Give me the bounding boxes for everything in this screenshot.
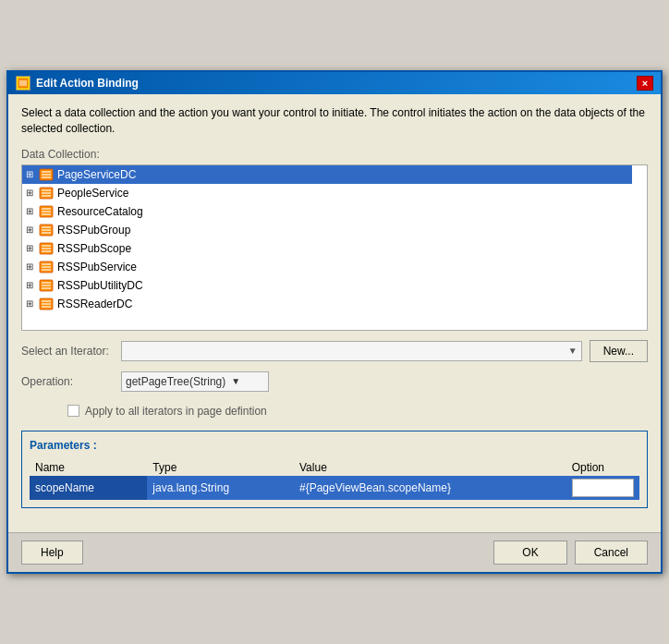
tree-item-label: PeopleService bbox=[57, 187, 128, 200]
iterator-label: Select an Iterator: bbox=[21, 345, 114, 358]
params-header-row: Name Type Value Option bbox=[30, 459, 639, 476]
table-row[interactable]: scopeName java.lang.String #{PageViewBea… bbox=[30, 476, 639, 500]
option-select[interactable]: ▼ bbox=[572, 479, 634, 497]
tree-item-label: RSSPubService bbox=[57, 261, 137, 273]
close-button[interactable]: × bbox=[637, 76, 653, 91]
operation-dropdown-arrow: ▼ bbox=[231, 376, 240, 386]
tree-item[interactable]: ⊞ PeopleService bbox=[22, 184, 632, 202]
footer-buttons: OK Cancel bbox=[493, 541, 648, 565]
node-icon bbox=[39, 278, 54, 293]
help-button[interactable]: Help bbox=[21, 541, 83, 565]
tree-item-label: RSSPubUtilityDC bbox=[57, 279, 143, 292]
iterator-row: Select an Iterator: ▼ New... bbox=[21, 340, 648, 362]
tree-item[interactable]: ⊞ RSSReaderDC bbox=[22, 295, 632, 313]
dialog-footer: Help OK Cancel bbox=[8, 532, 661, 572]
option-dropdown-arrow: ▼ bbox=[622, 482, 631, 492]
new-button[interactable]: New... bbox=[590, 340, 648, 362]
iterator-dropdown-arrow: ▼ bbox=[568, 346, 578, 356]
apply-all-checkbox[interactable] bbox=[67, 405, 79, 417]
description-text: Select a data collection and the action … bbox=[21, 105, 648, 137]
tree-item[interactable]: ⊞ PageServiceDC bbox=[22, 165, 632, 184]
expand-icon: ⊞ bbox=[26, 243, 37, 253]
tree-item[interactable]: ⊞ RSSPubUtilityDC bbox=[22, 276, 632, 295]
checkbox-label: Apply to all iterators in page defintion bbox=[85, 405, 267, 418]
edit-action-binding-dialog: Edit Action Binding × Select a data coll… bbox=[6, 70, 663, 574]
parameters-title: Parameters : bbox=[30, 439, 639, 452]
param-name: scopeName bbox=[30, 476, 147, 500]
node-icon bbox=[39, 260, 54, 274]
node-icon bbox=[39, 297, 54, 311]
expand-icon: ⊞ bbox=[26, 188, 37, 198]
node-icon bbox=[39, 204, 54, 219]
expand-icon: ⊞ bbox=[26, 225, 37, 235]
operation-label: Operation: bbox=[21, 375, 114, 388]
iterator-select[interactable]: ▼ bbox=[121, 341, 582, 361]
tree-item[interactable]: ⊞ RSSPubScope bbox=[22, 239, 632, 258]
parameters-table: Name Type Value Option scopeName java.la… bbox=[30, 459, 639, 500]
expand-icon: ⊞ bbox=[26, 261, 37, 272]
tree-item-label: PageServiceDC bbox=[57, 168, 136, 181]
col-value: Value bbox=[294, 459, 566, 476]
expand-icon: ⊞ bbox=[26, 280, 37, 290]
tree-item-label: RSSPubScope bbox=[57, 242, 131, 255]
tree-item[interactable]: ⊞ RSSPubService bbox=[22, 258, 632, 276]
parameters-section: Parameters : Name Type Value Option scop… bbox=[21, 431, 648, 508]
tree-item[interactable]: ⊞ RSSPubGroup bbox=[22, 221, 632, 239]
title-bar-left: Edit Action Binding bbox=[16, 76, 139, 91]
param-type: java.lang.String bbox=[147, 476, 294, 500]
data-collection-tree[interactable]: ⊞ PageServiceDC ⊞ PeopleS bbox=[21, 164, 648, 331]
tree-item-label: RSSReaderDC bbox=[57, 298, 132, 310]
data-collection-label: Data Collection: bbox=[21, 148, 648, 161]
node-icon bbox=[39, 223, 54, 237]
checkbox-row: Apply to all iterators in page defintion bbox=[67, 405, 648, 418]
dialog-title: Edit Action Binding bbox=[36, 77, 139, 90]
param-value: #{PageViewBean.scopeName} bbox=[294, 476, 566, 500]
cancel-button[interactable]: Cancel bbox=[575, 541, 648, 565]
col-option: Option bbox=[566, 459, 639, 476]
operation-select[interactable]: getPageTree(String) ▼ bbox=[121, 371, 269, 392]
param-option[interactable]: ▼ bbox=[566, 476, 639, 500]
dialog-icon bbox=[16, 76, 30, 91]
expand-icon: ⊞ bbox=[26, 298, 37, 309]
dialog-body: Select a data collection and the action … bbox=[8, 94, 661, 532]
col-name: Name bbox=[30, 459, 147, 476]
node-icon bbox=[39, 186, 54, 200]
node-icon bbox=[39, 241, 54, 256]
operation-row: Operation: getPageTree(String) ▼ bbox=[21, 371, 648, 392]
operation-value: getPageTree(String) bbox=[126, 375, 225, 388]
title-bar: Edit Action Binding × bbox=[8, 72, 661, 94]
tree-item-label: ResourceCatalog bbox=[57, 205, 143, 218]
node-icon bbox=[39, 167, 54, 182]
expand-icon: ⊞ bbox=[26, 169, 37, 179]
tree-item-label: RSSPubGroup bbox=[57, 224, 130, 237]
ok-button[interactable]: OK bbox=[493, 541, 566, 565]
col-type: Type bbox=[147, 459, 294, 476]
tree-item[interactable]: ⊞ ResourceCatalog bbox=[22, 202, 632, 221]
expand-icon: ⊞ bbox=[26, 206, 37, 216]
